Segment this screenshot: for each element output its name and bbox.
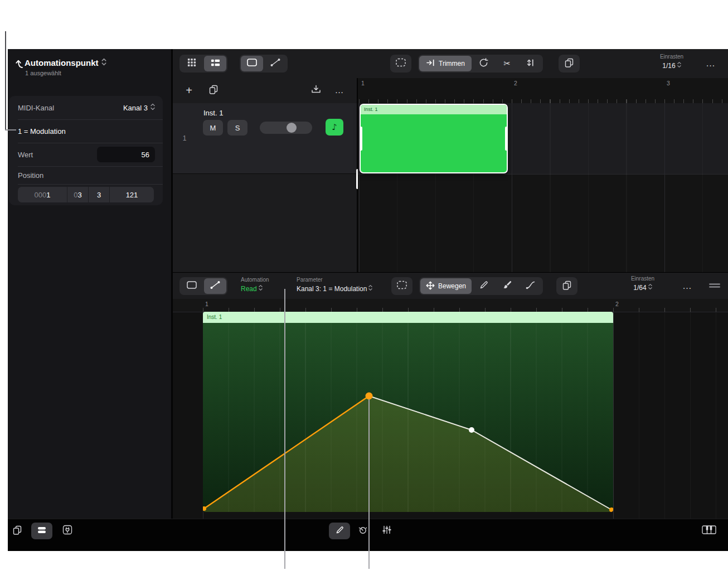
plugins-button[interactable] [58, 523, 77, 539]
drag-handle-icon [708, 281, 721, 291]
parameter-control[interactable]: Parameter Kanal 3: 1 = Modulation [297, 277, 372, 293]
automation-point-inspector: MIDI-Kanal Kanal 3 1 = Modulation Wert 5… [9, 96, 163, 205]
paste-button[interactable] [559, 55, 580, 72]
position-beat-segment[interactable]: 03 [67, 187, 88, 202]
midi-channel-row[interactable]: MIDI-Kanal Kanal 3 [9, 96, 163, 119]
keyboard-play-surface-button[interactable] [697, 523, 721, 539]
mute-button[interactable]: M [203, 120, 223, 136]
automation-point-selected[interactable] [366, 393, 373, 400]
slider-knob[interactable] [287, 123, 297, 133]
ruler-ticks [359, 99, 728, 103]
bar-ruler[interactable]: 1 2 3 [358, 78, 728, 104]
pointer-tool-button[interactable] [181, 278, 203, 294]
track-list-header-row: + … [173, 78, 357, 104]
edit-mode-button[interactable] [329, 523, 350, 539]
position-division-segment[interactable]: 3 [88, 187, 109, 202]
position-tick-segment[interactable]: 121 [109, 187, 154, 202]
midi-region[interactable]: Inst. 1 [360, 104, 508, 173]
add-track-button[interactable]: + [181, 83, 197, 98]
page-title: Automationspunkt [25, 58, 99, 67]
move-icon [426, 281, 435, 292]
automation-mode-control[interactable]: Automation Read [241, 277, 269, 293]
more-button[interactable]: … [701, 55, 720, 72]
automation-ruler[interactable]: 1 2 [173, 299, 728, 312]
marquee-select-button[interactable] [390, 55, 411, 72]
stacked-bars-icon [37, 525, 47, 537]
track-list-view-button[interactable] [204, 56, 226, 71]
marquee-select-button[interactable] [391, 277, 412, 295]
value-label: Wert [18, 151, 97, 159]
callout-line-automation-point [368, 399, 370, 569]
position-field[interactable]: 0001 03 3 121 [18, 187, 154, 202]
region-right-handle[interactable] [505, 127, 507, 151]
snap-control[interactable]: Einrasten 1/16 [648, 54, 696, 70]
value-field[interactable]: 56 [97, 147, 155, 162]
automation-toolbar: Automation Read Parameter Kanal 3: 1 = M… [173, 273, 728, 299]
duplicate-track-button[interactable] [205, 83, 222, 98]
pointer-tool-button[interactable] [241, 56, 263, 71]
inspector-sidebar: Automationspunkt 1 ausgewählt MIDI-Kanal… [8, 49, 171, 519]
mixer-button[interactable] [376, 523, 398, 539]
bar-gridline [512, 103, 512, 272]
callout-line-parameter-row-horizontal [5, 129, 16, 130]
velocity-button[interactable] [520, 56, 542, 71]
pencil-icon [335, 525, 344, 537]
rectangle-tool-icon [186, 280, 197, 292]
move-tool-button[interactable]: Bewegen [420, 278, 472, 294]
snap-label: Einrasten [619, 276, 667, 282]
ruler-bar-number: 1 [205, 301, 208, 307]
solo-button[interactable]: S [227, 120, 247, 136]
inspector-toggle-button[interactable] [31, 523, 52, 539]
callout-line-parameter-control [284, 289, 285, 569]
automation-tool-button[interactable] [204, 278, 226, 294]
move-tool-label: Bewegen [438, 282, 466, 290]
track-header-column: + … 1 Inst. 1 M S [173, 78, 357, 272]
view-mode-segmented [179, 55, 227, 72]
region-browser-button[interactable] [9, 523, 26, 539]
selected-parameter-label: 1 = Modulation [18, 127, 66, 136]
track-number: 1 [173, 103, 196, 173]
beat-gridlines [613, 312, 728, 519]
track-volume-slider[interactable] [260, 122, 312, 134]
automation-point[interactable] [469, 427, 474, 433]
chevron-updown-icon [368, 284, 372, 293]
track-row[interactable]: 1 Inst. 1 M S ♪ [173, 103, 357, 174]
inspector-title-row[interactable]: Automationspunkt [25, 58, 106, 67]
clipboard-icon [562, 280, 572, 292]
trim-button-label: Trimmen [439, 60, 465, 67]
import-button[interactable] [308, 83, 324, 98]
cycle-icon [478, 57, 489, 70]
grid-view-button[interactable] [181, 56, 203, 71]
bottom-bar [8, 519, 728, 551]
parameter-row[interactable]: 1 = Modulation [9, 119, 163, 143]
automation-tool-button[interactable] [264, 56, 287, 71]
trim-button[interactable]: Trimmen [419, 56, 472, 71]
music-note-icon: ♪ [332, 122, 337, 132]
import-tray-icon [310, 84, 322, 96]
split-button[interactable]: ✂ [496, 56, 518, 71]
callout-line-parameter-row-vertical [5, 31, 6, 130]
curve-tool-button[interactable] [520, 278, 542, 294]
automation-region[interactable]: Inst. 1 [203, 312, 613, 512]
tracks-toolbar: Trimmen ✂ Einrasten [173, 49, 728, 79]
region-left-handle[interactable] [360, 127, 362, 151]
pane-resize-handle[interactable] [703, 277, 726, 295]
more-button[interactable]: … [678, 277, 697, 295]
edit-tool-segmented [240, 55, 288, 72]
velocity-icon [526, 58, 535, 70]
snap-control[interactable]: Einrasten 1/64 [619, 276, 667, 292]
brush-tool-button[interactable] [496, 278, 518, 294]
automation-tool-segmented [179, 277, 227, 295]
s-curve-icon [526, 281, 536, 292]
automation-curve-canvas[interactable] [203, 323, 613, 512]
scissors-icon: ✂ [504, 59, 511, 69]
ruler-ticks [203, 308, 728, 312]
pencil-tool-button[interactable] [473, 278, 495, 294]
position-bar-segment[interactable]: 0001 [18, 187, 67, 202]
midi-channel-value: Kanal 3 [123, 104, 148, 112]
track-more-button[interactable]: … [331, 83, 348, 98]
instrument-button[interactable]: ♪ [326, 119, 343, 136]
tracks-timeline[interactable]: 1 2 3 Inst. 1 [358, 78, 728, 272]
loop-button[interactable] [473, 56, 495, 71]
paste-button[interactable] [556, 277, 577, 295]
